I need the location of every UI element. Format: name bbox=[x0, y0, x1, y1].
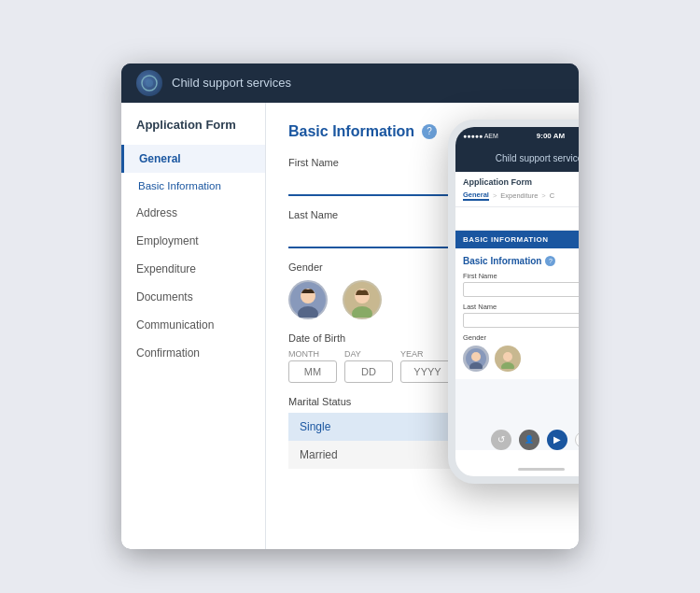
phone-first-name-label: First Name bbox=[463, 272, 579, 280]
phone-statusbar: ●●●●● AEM 9:00 AM 100% bbox=[455, 127, 579, 146]
dob-day-input[interactable] bbox=[344, 360, 393, 383]
phone-fab-refresh[interactable]: ↺ bbox=[491, 430, 511, 450]
phone-first-name-input[interactable] bbox=[463, 282, 579, 297]
sidebar: Application Form General Basic Informati… bbox=[121, 103, 266, 549]
sidebar-item-communication[interactable]: Communication bbox=[121, 311, 265, 339]
phone-gender-male[interactable] bbox=[495, 346, 521, 372]
gender-male[interactable] bbox=[343, 280, 382, 319]
phone-home-indicator bbox=[518, 468, 565, 471]
sidebar-form-title: Application Form bbox=[121, 118, 265, 145]
phone-tab-expenditure[interactable]: Expenditure bbox=[500, 191, 538, 200]
phone-status-time: 9:00 AM bbox=[537, 132, 565, 140]
dob-month-label: MONTH bbox=[288, 349, 337, 359]
phone-fab-circle bbox=[575, 431, 579, 448]
phone-tab-general[interactable]: General bbox=[463, 191, 489, 201]
sidebar-item-employment[interactable]: Employment bbox=[121, 227, 265, 255]
desktop-topbar: Child support services bbox=[121, 64, 579, 103]
sidebar-item-confirmation[interactable]: Confirmation bbox=[121, 339, 265, 367]
phone-tab-c[interactable]: C bbox=[550, 191, 554, 200]
phone-form-title: Basic Information ? bbox=[463, 256, 579, 266]
phone-tabs: General > Expenditure > C bbox=[463, 191, 579, 201]
gender-female[interactable] bbox=[288, 280, 328, 319]
sidebar-item-general[interactable]: General bbox=[121, 145, 265, 173]
dob-month-field: MONTH bbox=[288, 349, 337, 383]
sidebar-item-address[interactable]: Address bbox=[121, 199, 265, 227]
phone-menu-bar: ≡ bbox=[455, 207, 579, 231]
dob-month-input[interactable] bbox=[288, 360, 337, 383]
phone-mockup: ●●●●● AEM 9:00 AM 100% Child support ser… bbox=[448, 120, 579, 484]
dob-day-field: DAY bbox=[344, 349, 393, 383]
section-title: Basic Information bbox=[288, 123, 414, 140]
sidebar-item-documents[interactable]: Documents bbox=[121, 283, 265, 311]
svg-point-12 bbox=[503, 352, 512, 361]
dob-day-label: DAY bbox=[344, 349, 393, 359]
dob-year-field: YEAR bbox=[400, 349, 455, 383]
phone-gender-row: ✓ bbox=[463, 346, 579, 372]
phone-section-header: BASIC INFORMATION bbox=[455, 231, 579, 248]
dob-year-input[interactable] bbox=[400, 360, 455, 383]
phone-section-title: Basic Information bbox=[463, 256, 541, 266]
desktop-app-title: Child support services bbox=[172, 76, 291, 90]
phone-app-title: Child support services bbox=[496, 153, 579, 163]
phone-breadcrumb: Application Form General > Expenditure >… bbox=[455, 172, 579, 207]
phone-fab-row: ↺ 👤 ▶ bbox=[455, 426, 579, 454]
phone-help-icon[interactable]: ? bbox=[545, 256, 555, 266]
phone-fab-person[interactable]: 👤 bbox=[519, 430, 539, 450]
phone-form-area: Basic Information ? First Name Last Name… bbox=[455, 248, 579, 379]
svg-point-1 bbox=[146, 79, 153, 87]
phone-gender-female[interactable] bbox=[463, 346, 489, 372]
app-logo bbox=[136, 70, 162, 96]
desktop-mockup: Child support services Application Form … bbox=[121, 64, 579, 549]
dob-year-label: YEAR bbox=[400, 349, 455, 359]
phone-fab-arrow[interactable]: ▶ bbox=[547, 430, 567, 450]
help-icon[interactable]: ? bbox=[422, 124, 437, 139]
phone-last-name-input[interactable] bbox=[463, 313, 579, 328]
svg-point-9 bbox=[471, 352, 481, 361]
phone-topbar: Child support services bbox=[455, 146, 579, 172]
sidebar-item-basic-info[interactable]: Basic Information bbox=[121, 173, 265, 199]
sidebar-item-expenditure[interactable]: Expenditure bbox=[121, 255, 265, 283]
phone-breadcrumb-title: Application Form bbox=[463, 177, 579, 187]
phone-last-name-label: Last Name bbox=[463, 303, 579, 311]
phone-body: Application Form General > Expenditure >… bbox=[455, 172, 579, 450]
phone-status-left: ●●●●● AEM bbox=[463, 133, 498, 139]
phone-gender-label: Gender bbox=[463, 333, 579, 342]
